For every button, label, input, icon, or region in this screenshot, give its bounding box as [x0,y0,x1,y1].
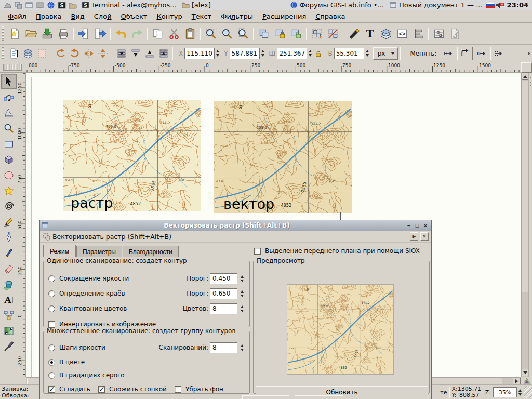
app-logo-icon[interactable] [2,1,12,10]
tool-ellipse[interactable] [1,167,17,182]
menu-вид[interactable]: Вид [66,11,89,22]
colors-spinner[interactable] [240,305,245,312]
scroll-right-button[interactable] [513,378,521,384]
tool-selector[interactable] [1,74,17,89]
affect-gradients-toggle[interactable] [474,47,489,60]
paste-button[interactable] [182,25,198,43]
duplicate-button[interactable] [256,25,272,43]
threshold-spinner[interactable] [240,275,245,282]
toolbar-grip[interactable] [2,26,4,41]
raise-button[interactable] [142,46,156,61]
tool-zoom[interactable] [1,121,17,136]
units-dropdown[interactable]: px [373,47,398,60]
zoom-spinner[interactable] [518,389,523,396]
lock-ratio-icon[interactable] [315,50,322,57]
y-spinner[interactable] [261,50,265,57]
menu-фильтры[interactable]: Фильтры [216,11,258,22]
folder-icon[interactable] [67,1,78,10]
dialog-bottom-button[interactable] [242,395,289,399]
minimize-button[interactable]: – [405,222,413,230]
siox-checkbox[interactable] [254,248,261,255]
tool-calligraphy[interactable] [1,245,17,260]
zoom-field[interactable]: 35% [493,387,517,397]
vertical-scroll-thumb[interactable] [522,81,528,292]
radio-brightness-steps[interactable] [48,344,55,351]
height-field[interactable]: 55,301 [334,48,364,59]
menu-слой[interactable]: Слой [89,11,116,22]
tool-text[interactable]: A [1,292,17,307]
affect-corners-toggle[interactable] [457,47,473,60]
toolbar-grip[interactable] [530,76,531,87]
height-spinner[interactable] [365,50,370,57]
toolbar-grip[interactable] [2,47,4,59]
raster-text-label[interactable]: растр [71,196,113,210]
volume-muted-icon[interactable] [496,1,504,9]
menu-файл[interactable]: Файл [3,11,31,22]
menu-контур[interactable]: Контур [152,11,187,22]
new-button[interactable] [7,25,23,43]
ruler-corner-button[interactable] [521,62,532,73]
layers-button[interactable] [378,25,394,43]
taskbar-window-button[interactable]: [alex] [179,1,214,10]
menu-правка[interactable]: Правка [31,11,66,22]
clone-button[interactable] [272,25,288,43]
x-field[interactable]: 115,110 [184,48,215,59]
scans-field[interactable]: 8 [210,342,237,353]
browser-icon[interactable] [45,1,56,10]
x-spinner[interactable] [216,50,220,57]
tool-connector[interactable] [1,308,17,323]
toolbox-handle[interactable] [0,62,26,73]
y-field[interactable]: 587,881 [230,48,260,59]
unlink-clone-button[interactable] [288,25,304,43]
width-field[interactable]: 251,367 [277,48,307,59]
vertical-scrollbar[interactable] [521,73,528,377]
redo-button[interactable] [129,25,145,43]
remove-background-checkbox[interactable] [175,386,181,393]
tool-star[interactable] [1,183,17,198]
menu-расширения[interactable]: Расширения [258,11,311,22]
terminal-icon[interactable]: S [56,1,67,10]
tab-параметры[interactable]: Параметры [76,246,122,257]
tab-режим[interactable]: Режим [43,245,76,257]
affect-patterns-toggle[interactable] [490,47,506,60]
lower-bottom-button[interactable] [114,46,128,61]
taskbar-window-button[interactable]: Новый документ 1 — ... [387,1,485,10]
menu-справка[interactable]: Справка [311,11,350,22]
save-button[interactable] [39,25,55,43]
preferences-button[interactable] [431,25,447,43]
window-icon[interactable] [23,1,34,10]
radio-grays[interactable] [48,372,55,379]
affect-move-toggle[interactable] [441,47,456,60]
tool-bucket[interactable] [1,276,17,291]
group-button[interactable] [309,25,325,43]
tool-gradient[interactable] [1,323,17,338]
xml-editor-button[interactable]: <> [394,25,410,43]
flip-h-button[interactable] [82,46,96,61]
panel-menu-button[interactable]: ▶ [410,232,418,241]
taskbar-window-button[interactable]: STerminal - alex@myhos... [79,1,179,10]
scans-spinner[interactable] [240,344,245,351]
ungroup-button[interactable] [325,25,341,43]
tool-node[interactable] [1,89,17,104]
panel-close-button[interactable]: ✕ [420,232,429,241]
maximize-button[interactable]: □ [413,222,421,230]
doc-props-button[interactable] [447,25,463,43]
undo-button[interactable] [113,25,129,43]
threshold-spinner[interactable] [240,290,245,297]
zoom-page-button[interactable] [235,25,251,43]
tab-благодарности[interactable]: Благодарности [123,246,179,257]
path-segment[interactable] [207,128,207,221]
threshold-field[interactable]: 0,650 [210,288,237,299]
flip-v-button[interactable] [96,46,110,61]
radio-colors[interactable] [48,359,55,366]
raise-top-button[interactable] [156,46,170,61]
deselect-button[interactable] [35,46,49,61]
invert-image-checkbox[interactable] [48,321,55,328]
radio-brightness-cutoff[interactable] [48,275,55,282]
open-button[interactable] [23,25,39,43]
smooth-checkbox[interactable] [48,386,55,393]
text-dialog-button[interactable]: T [362,25,378,43]
rotate-ccw-button[interactable] [54,46,68,61]
tool-tweak[interactable] [1,105,17,120]
dialog-titlebar[interactable]: Векторизовать растр (Shift+Alt+B) – □ × [40,220,431,231]
